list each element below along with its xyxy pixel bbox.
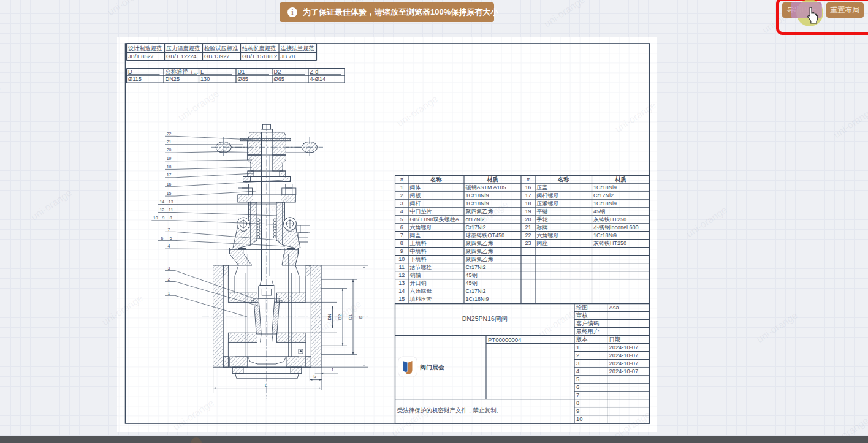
svg-text:15: 15 xyxy=(167,191,172,195)
svg-text:名称: 名称 xyxy=(557,176,569,183)
svg-text:7: 7 xyxy=(168,227,170,232)
svg-text:Asa: Asa xyxy=(609,305,620,311)
svg-text:平键: 平键 xyxy=(537,208,548,214)
svg-text:材质: 材质 xyxy=(486,176,498,183)
svg-text:9: 9 xyxy=(576,408,579,414)
svg-text:45钢: 45钢 xyxy=(593,208,605,214)
svg-text:1Cr18Ni9: 1Cr18Ni9 xyxy=(593,232,617,238)
svg-text:GB 13927: GB 13927 xyxy=(204,53,229,59)
svg-text:开口销: 开口销 xyxy=(410,280,427,286)
svg-text:Cr17Ni2: Cr17Ni2 xyxy=(466,224,486,230)
svg-text:#: # xyxy=(527,176,530,183)
svg-text:7: 7 xyxy=(576,392,579,398)
svg-text:检验试压标准: 检验试压标准 xyxy=(204,45,238,51)
svg-text:14: 14 xyxy=(159,200,164,204)
svg-text:1Cr18Ni9: 1Cr18Ni9 xyxy=(466,192,489,199)
svg-text:uni-orange: uni-orange xyxy=(0,82,2,117)
svg-text:9: 9 xyxy=(162,216,164,220)
svg-text:DN: DN xyxy=(328,314,332,320)
svg-text:19: 19 xyxy=(167,156,172,161)
svg-text:聚四氟乙烯: 聚四氟乙烯 xyxy=(466,208,493,214)
svg-text:受法律保护的机密财产文件，禁止复制。: 受法律保护的机密财产文件，禁止复制。 xyxy=(397,407,502,414)
svg-text:20: 20 xyxy=(525,216,531,222)
svg-text:5: 5 xyxy=(170,236,172,240)
svg-text:1Cr18Ni9: 1Cr18Ni9 xyxy=(593,184,617,191)
svg-text:14: 14 xyxy=(398,288,405,294)
svg-text:1Cr18Ni9: 1Cr18Ni9 xyxy=(593,200,617,206)
svg-text:21: 21 xyxy=(167,140,172,144)
svg-text:3: 3 xyxy=(168,266,170,270)
svg-text:3: 3 xyxy=(400,200,403,206)
svg-text:绘图: 绘图 xyxy=(576,305,588,311)
svg-text:uni-orange: uni-orange xyxy=(171,398,216,433)
svg-text:4: 4 xyxy=(400,208,403,214)
svg-text:上填料: 上填料 xyxy=(410,240,427,246)
svg-text:7: 7 xyxy=(400,232,403,238)
svg-text:标牌: 标牌 xyxy=(536,224,548,230)
svg-text:22: 22 xyxy=(525,232,531,238)
svg-text:中填料: 中填料 xyxy=(410,248,427,254)
svg-text:日期: 日期 xyxy=(609,336,621,343)
svg-text:PT00000004: PT00000004 xyxy=(488,336,521,343)
svg-text:cr17Ni2: cr17Ni2 xyxy=(466,216,485,222)
svg-text:压紧螺母: 压紧螺母 xyxy=(537,200,559,206)
svg-text:3: 3 xyxy=(576,360,579,366)
svg-text:DN25PN16闸阀: DN25PN16闸阀 xyxy=(462,315,508,322)
svg-text:JB/T 8527: JB/T 8527 xyxy=(128,53,154,59)
svg-text:6: 6 xyxy=(161,236,163,240)
svg-text:审核: 审核 xyxy=(576,312,588,319)
svg-text:1: 1 xyxy=(576,344,579,350)
svg-text:20: 20 xyxy=(167,148,172,152)
svg-text:2024-10-07: 2024-10-07 xyxy=(609,352,639,358)
svg-text:2: 2 xyxy=(168,277,170,281)
svg-text:19: 19 xyxy=(525,208,531,214)
svg-text:1: 1 xyxy=(168,291,170,295)
svg-text:Ø115: Ø115 xyxy=(128,76,142,82)
svg-text:2024-10-07: 2024-10-07 xyxy=(609,368,639,374)
svg-text:22: 22 xyxy=(167,132,172,136)
svg-text:uni-orange: uni-orange xyxy=(684,205,729,240)
svg-text:阀体: 阀体 xyxy=(410,184,421,191)
svg-text:5: 5 xyxy=(400,216,403,222)
svg-text:设计制造规范: 设计制造规范 xyxy=(128,45,162,51)
svg-text:f: f xyxy=(332,366,333,372)
svg-text:聚四氟乙烯: 聚四氟乙烯 xyxy=(466,248,493,254)
svg-text:D1: D1 xyxy=(348,314,352,320)
svg-text:阀座: 阀座 xyxy=(537,240,548,246)
svg-text:uni-orange: uni-orange xyxy=(542,0,587,29)
svg-text:聚四氟乙烯: 聚四氟乙烯 xyxy=(466,256,493,262)
svg-text:Ø85: Ø85 xyxy=(238,76,248,82)
svg-text:2: 2 xyxy=(576,352,579,358)
svg-text:连接法兰规范: 连接法兰规范 xyxy=(281,45,314,51)
svg-text:uni-orange: uni-orange xyxy=(105,0,150,17)
svg-text:活节螺栓: 活节螺栓 xyxy=(409,264,432,270)
svg-text:11: 11 xyxy=(399,264,405,270)
svg-text:L: L xyxy=(265,382,268,388)
svg-text:uni-orange: uni-orange xyxy=(100,293,145,328)
svg-text:2024-10-07: 2024-10-07 xyxy=(609,360,639,366)
svg-text:b: b xyxy=(314,374,316,379)
svg-text:uni-orange: uni-orange xyxy=(176,88,221,123)
svg-text:2024-10-07: 2024-10-07 xyxy=(609,344,639,350)
svg-text:灰铸铁HT250: 灰铸铁HT250 xyxy=(593,240,626,246)
svg-text:六角螺母: 六角螺母 xyxy=(410,288,432,294)
svg-text:六角螺母: 六角螺母 xyxy=(537,232,559,238)
svg-text:4: 4 xyxy=(576,368,579,374)
svg-text:17: 17 xyxy=(167,173,172,177)
svg-text:1Cr18Ni9: 1Cr18Ni9 xyxy=(466,200,489,206)
svg-text:阀杆: 阀杆 xyxy=(410,200,421,206)
svg-text:闸板: 闸板 xyxy=(410,192,421,199)
svg-text:21: 21 xyxy=(525,224,531,230)
svg-text:uni-orange: uni-orange xyxy=(613,100,658,135)
svg-text:18: 18 xyxy=(167,165,172,169)
svg-text:D1: D1 xyxy=(238,69,245,75)
svg-text:13: 13 xyxy=(398,280,405,286)
svg-text:11: 11 xyxy=(169,208,173,212)
svg-text:45钢: 45钢 xyxy=(466,272,478,278)
svg-text:15: 15 xyxy=(398,296,405,302)
svg-text:4-Ø14: 4-Ø14 xyxy=(310,76,326,82)
svg-text:9: 9 xyxy=(400,248,403,254)
svg-text:1Cr18Ni9: 1Cr18Ni9 xyxy=(466,296,489,302)
svg-text:4: 4 xyxy=(168,244,170,248)
svg-text:材质: 材质 xyxy=(614,176,626,183)
